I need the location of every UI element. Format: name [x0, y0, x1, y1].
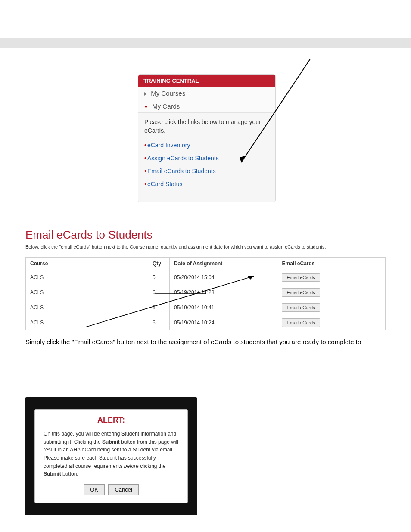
- alert-text: clicking the: [139, 463, 166, 469]
- cell-date: 05/19/2014 10:24: [169, 315, 277, 330]
- link-ecard-status[interactable]: eCard Status: [144, 180, 269, 187]
- cell-qty: 6: [148, 315, 169, 330]
- table-row: ACLS 6 05/19/2014 10:41 Email eCards: [26, 300, 386, 315]
- chevron-down-icon: [144, 106, 148, 108]
- link-email-ecards[interactable]: Email eCards to Students: [144, 168, 269, 174]
- cell-course: ACLS: [26, 285, 148, 300]
- explain-text: Simply click the "Email eCards" button n…: [25, 338, 386, 345]
- th-course: Course: [26, 258, 148, 270]
- section-title: Email eCards to Students: [25, 228, 386, 242]
- cell-date: 05/19/2014 11:28: [169, 285, 277, 300]
- section-desc: Below, click the "email eCards" button n…: [25, 244, 386, 249]
- table-row: ACLS 6 05/19/2014 10:24 Email eCards: [26, 315, 386, 330]
- email-ecards-button[interactable]: Email eCards: [282, 273, 320, 282]
- alert-italic: before: [124, 463, 139, 469]
- th-email: Email eCards: [277, 258, 386, 270]
- training-central-panel: TRAINING CENTRAL My Courses My Cards Ple…: [138, 74, 276, 202]
- grey-band: [0, 38, 411, 48]
- table-row: ACLS 5 05/20/2014 15:04 Email eCards: [26, 270, 386, 285]
- nav-label: My Cards: [152, 103, 180, 110]
- cell-course: ACLS: [26, 300, 148, 315]
- th-date: Date of Assignment: [169, 258, 277, 270]
- email-ecards-button[interactable]: Email eCards: [282, 318, 320, 327]
- alert-title: ALERT:: [44, 416, 179, 425]
- link-ecard-inventory[interactable]: eCard Inventory: [144, 142, 269, 149]
- panel-desc: Please click the links below to manage y…: [144, 118, 269, 135]
- cell-date: 05/20/2014 15:04: [169, 270, 277, 285]
- th-qty: Qty: [148, 258, 169, 270]
- alert-body: On this page, you will be entering Stude…: [44, 430, 179, 478]
- alert-modal: ALERT: On this page, you will be enterin…: [34, 409, 188, 503]
- nav-my-cards[interactable]: My Cards: [138, 100, 275, 113]
- ok-button[interactable]: OK: [84, 484, 105, 495]
- chevron-right-icon: [144, 92, 146, 96]
- cell-qty: 6: [148, 300, 169, 315]
- cell-qty: 6: [148, 285, 169, 300]
- cell-course: ACLS: [26, 315, 148, 330]
- cell-qty: 5: [148, 270, 169, 285]
- alert-text: button.: [61, 471, 78, 477]
- nav-label: My Courses: [151, 90, 185, 97]
- alert-modal-backdrop: ALERT: On this page, you will be enterin…: [25, 397, 197, 515]
- cancel-button[interactable]: Cancel: [108, 484, 138, 495]
- email-ecards-button[interactable]: Email eCards: [282, 303, 320, 312]
- link-assign-ecards[interactable]: Assign eCards to Students: [144, 155, 269, 162]
- panel-header: TRAINING CENTRAL: [138, 75, 275, 87]
- alert-bold: Submit: [44, 471, 61, 477]
- ecards-table: Course Qty Date of Assignment Email eCar…: [25, 257, 386, 330]
- cell-date: 05/19/2014 10:41: [169, 300, 277, 315]
- table-row: ACLS 6 05/19/2014 11:28 Email eCards: [26, 285, 386, 300]
- alert-bold: Submit: [102, 439, 120, 445]
- nav-my-courses[interactable]: My Courses: [138, 87, 275, 100]
- cell-course: ACLS: [26, 270, 148, 285]
- email-ecards-button[interactable]: Email eCards: [282, 288, 320, 297]
